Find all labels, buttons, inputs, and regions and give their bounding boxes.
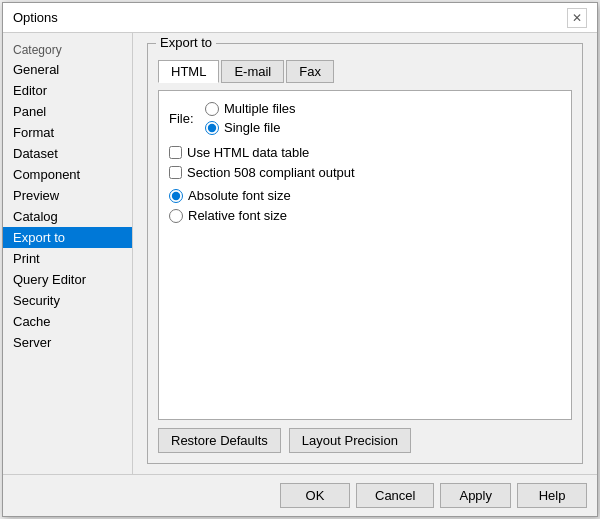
multiple-files-radio[interactable]	[205, 102, 219, 116]
sidebar-item-print[interactable]: Print	[3, 248, 132, 269]
relative-font-radio[interactable]	[169, 209, 183, 223]
dialog-footer: OK Cancel Apply Help	[3, 474, 597, 516]
layout-precision-button[interactable]: Layout Precision	[289, 428, 411, 453]
font-size-section: Absolute font size Relative font size	[169, 188, 561, 223]
sidebar-item-catalog[interactable]: Catalog	[3, 206, 132, 227]
absolute-font-row: Absolute font size	[169, 188, 561, 203]
sidebar-item-dataset[interactable]: Dataset	[3, 143, 132, 164]
restore-defaults-button[interactable]: Restore Defaults	[158, 428, 281, 453]
single-file-radio[interactable]	[205, 121, 219, 135]
sidebar-item-format[interactable]: Format	[3, 122, 132, 143]
title-bar: Options ✕	[3, 3, 597, 33]
html-data-table-checkbox[interactable]	[169, 146, 182, 159]
tab-fax[interactable]: Fax	[286, 60, 334, 83]
multiple-files-row: Multiple files	[205, 101, 296, 116]
dialog-body: Category General Editor Panel Format Dat…	[3, 33, 597, 474]
html-data-table-label: Use HTML data table	[187, 145, 309, 160]
apply-button[interactable]: Apply	[440, 483, 511, 508]
category-label: Category	[3, 39, 132, 59]
sidebar-item-general[interactable]: General	[3, 59, 132, 80]
sidebar: Category General Editor Panel Format Dat…	[3, 33, 133, 474]
absolute-font-radio[interactable]	[169, 189, 183, 203]
group-content: HTML E-mail Fax File: Multiple files	[148, 44, 582, 463]
html-data-table-row: Use HTML data table	[169, 145, 561, 160]
help-button[interactable]: Help	[517, 483, 587, 508]
cancel-button[interactable]: Cancel	[356, 483, 434, 508]
sidebar-item-editor[interactable]: Editor	[3, 80, 132, 101]
sidebar-item-panel[interactable]: Panel	[3, 101, 132, 122]
sidebar-item-cache[interactable]: Cache	[3, 311, 132, 332]
bottom-buttons: Restore Defaults Layout Precision	[158, 428, 572, 453]
file-radio-group: Multiple files Single file	[205, 101, 296, 135]
checkbox-section: Use HTML data table Section 508 complian…	[169, 145, 561, 180]
tab-email[interactable]: E-mail	[221, 60, 284, 83]
relative-font-label: Relative font size	[188, 208, 287, 223]
sidebar-item-security[interactable]: Security	[3, 290, 132, 311]
sidebar-item-server[interactable]: Server	[3, 332, 132, 353]
close-button[interactable]: ✕	[567, 8, 587, 28]
sidebar-item-component[interactable]: Component	[3, 164, 132, 185]
file-row: File: Multiple files Single file	[169, 101, 561, 135]
section508-row: Section 508 compliant output	[169, 165, 561, 180]
single-file-row: Single file	[205, 120, 296, 135]
multiple-files-label: Multiple files	[224, 101, 296, 116]
ok-button[interactable]: OK	[280, 483, 350, 508]
options-dialog: Options ✕ Category General Editor Panel …	[2, 2, 598, 517]
single-file-label: Single file	[224, 120, 280, 135]
sidebar-item-preview[interactable]: Preview	[3, 185, 132, 206]
main-content: Export to HTML E-mail Fax File:	[133, 33, 597, 474]
tab-bar: HTML E-mail Fax	[158, 60, 572, 83]
tab-html[interactable]: HTML	[158, 60, 219, 83]
section508-label: Section 508 compliant output	[187, 165, 355, 180]
dialog-title: Options	[13, 10, 58, 25]
file-label: File:	[169, 111, 205, 126]
absolute-font-label: Absolute font size	[188, 188, 291, 203]
group-legend: Export to	[156, 35, 216, 50]
section508-checkbox[interactable]	[169, 166, 182, 179]
sidebar-item-query-editor[interactable]: Query Editor	[3, 269, 132, 290]
relative-font-row: Relative font size	[169, 208, 561, 223]
sidebar-item-export-to[interactable]: Export to	[3, 227, 132, 248]
tab-content: File: Multiple files Single file	[158, 90, 572, 420]
export-to-group: Export to HTML E-mail Fax File:	[147, 43, 583, 464]
